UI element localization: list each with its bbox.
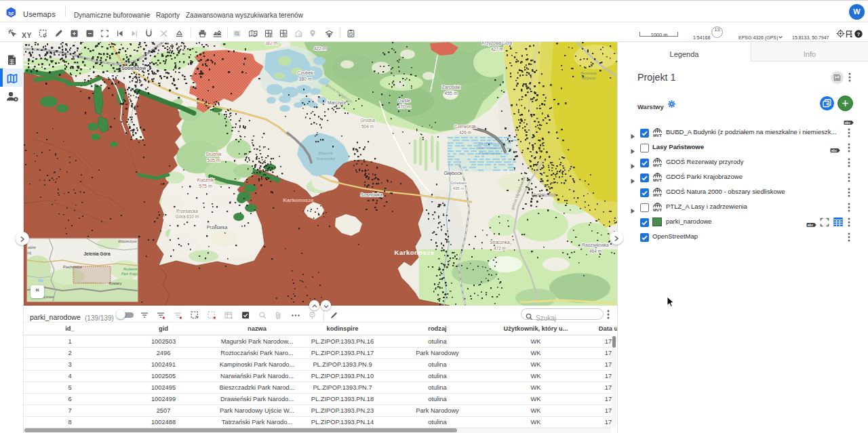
svg-text:362 m: 362 m — [265, 42, 277, 45]
svg-text:?: ? — [857, 31, 861, 37]
svg-text:435 m: 435 m — [453, 186, 465, 190]
svg-text:464 m: 464 m — [589, 249, 601, 253]
svg-text:abc: abc — [845, 121, 851, 125]
svg-text:Kowary: Kowary — [109, 281, 122, 285]
svg-text:Czubek: Czubek — [297, 70, 313, 75]
svg-text:Radziwiłówka: Radziwiłówka — [582, 243, 609, 247]
svg-text:Jelenia Góra: Jelenia Góra — [83, 251, 110, 256]
svg-text:MVT: MVT — [653, 133, 662, 138]
svg-text:Sosnówka: Sosnówka — [361, 192, 382, 197]
svg-text:Grzebień: Grzebień — [450, 181, 467, 185]
svg-text:Rudawski: Rudawski — [123, 267, 139, 271]
svg-text:MVT: MVT — [653, 178, 662, 182]
svg-text:Sobieszów: Sobieszów — [121, 66, 146, 70]
svg-text:Grodna: Grodna — [360, 118, 375, 123]
svg-text:Zbiornik: Zbiornik — [318, 151, 333, 155]
svg-text:Straconka: Straconka — [490, 240, 510, 245]
svg-text:Wyględy: Wyględy — [581, 76, 595, 80]
svg-text:przeciwpowodz.: przeciwpowodz. — [475, 146, 502, 150]
svg-text:Zarosiak: Zarosiak — [442, 85, 460, 89]
svg-text:MVT: MVT — [653, 207, 662, 212]
svg-text:504 m: 504 m — [361, 124, 374, 129]
svg-text:472 m: 472 m — [494, 246, 506, 251]
svg-text:abc: abc — [808, 223, 814, 227]
svg-text:Studnik: Studnik — [205, 152, 222, 157]
svg-text:adów: adów — [28, 245, 36, 249]
svg-text:MVT: MVT — [653, 192, 662, 197]
svg-text:Góra 610 m: Góra 610 m — [176, 214, 199, 219]
svg-text:Gęśle: Gęśle — [398, 98, 410, 104]
svg-text:Mysłakowice: Mysłakowice — [479, 151, 500, 155]
svg-text:575 m: 575 m — [199, 184, 212, 188]
svg-text:Wojcieszyce: Wojcieszyce — [118, 239, 137, 243]
svg-text:Piechowice: Piechowice — [63, 265, 82, 269]
svg-text:470 m: 470 m — [397, 104, 411, 109]
svg-text:Mysłakowice: Mysłakowice — [532, 192, 557, 198]
svg-text:Przesiecka: Przesiecka — [176, 209, 198, 213]
svg-text:Sosnówka: Sosnówka — [316, 157, 335, 161]
svg-text:Czerwonak: Czerwonak — [454, 124, 477, 129]
svg-text:505 m: 505 m — [207, 158, 220, 163]
svg-text:Głębock: Głębock — [443, 170, 462, 176]
svg-text:455 m: 455 m — [444, 91, 458, 96]
svg-text:Karkonosze: Karkonosze — [395, 249, 435, 256]
svg-text:Marczyce: Marczyce — [328, 100, 347, 106]
svg-text:Przesieka: Przesieka — [207, 225, 228, 230]
svg-text:427 m: 427 m — [491, 47, 503, 51]
svg-text:MVT: MVT — [653, 163, 662, 167]
svg-text:Karkonosze: Karkonosze — [283, 197, 314, 203]
svg-text:rój: rój — [27, 251, 31, 255]
svg-text:426 m: 426 m — [459, 130, 471, 135]
svg-text:abc: abc — [831, 148, 837, 152]
svg-text:Rezerwat: Rezerwat — [580, 71, 597, 75]
svg-text:Kucznik: Kucznik — [197, 178, 214, 182]
svg-text:380 m: 380 m — [298, 77, 312, 81]
svg-text:422 m: 422 m — [314, 46, 326, 51]
